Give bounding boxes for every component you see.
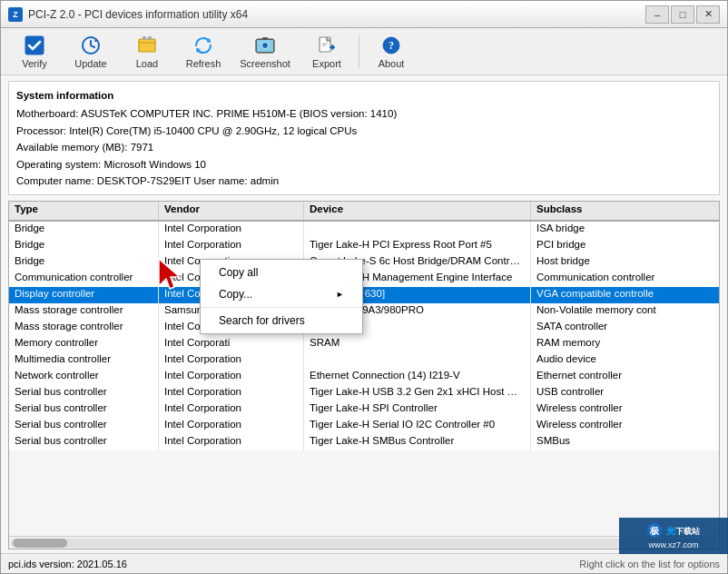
table-row[interactable]: BridgeIntel CorporationTiger Lake-H PCI … — [9, 238, 719, 254]
verify-button[interactable]: Verify — [8, 32, 61, 72]
header-subclass[interactable]: Subclass — [531, 202, 699, 220]
svg-rect-2 — [139, 39, 155, 52]
toolbar-separator — [359, 35, 359, 68]
table-cell: Wireless controller — [531, 418, 699, 434]
svg-rect-11 — [262, 37, 268, 40]
table-cell: SMBus — [531, 434, 699, 450]
context-copy[interactable]: Copy... ► — [201, 283, 362, 305]
table-cell: RAM memory — [531, 336, 699, 352]
table-row[interactable]: Serial bus controllerIntel CorporationTi… — [9, 434, 719, 450]
table-row[interactable]: Network controllerIntel CorporationEther… — [9, 369, 719, 385]
table-cell: Intel Corporation — [159, 434, 304, 450]
table-cell: Serial bus controller — [9, 418, 159, 434]
close-button[interactable]: ✕ — [696, 5, 720, 24]
table-row[interactable]: Serial bus controllerIntel CorporationTi… — [9, 385, 719, 401]
table-cell: Tiger Lake-H SMBus Controller — [304, 434, 531, 450]
table-cell: Mass storage controller — [9, 303, 159, 320]
table-cell: Tiger Lake-H PCI Express Root Port #5 — [304, 238, 531, 254]
refresh-button[interactable]: Refresh — [177, 32, 230, 72]
scrollbar-thumb[interactable] — [13, 539, 67, 548]
system-info-panel: System information Motherboard: ASUSTeK … — [8, 81, 720, 195]
update-icon — [78, 35, 103, 56]
table-cell: Tiger Lake-H Serial IO I2C Controller #0 — [304, 418, 531, 434]
table-cell: Multimedia controller — [9, 352, 159, 369]
update-label: Update — [74, 58, 106, 69]
load-icon — [134, 35, 160, 56]
svg-text:极: 极 — [649, 526, 660, 536]
table-row[interactable]: Mass storage controllerSamsung ElectroPM… — [9, 303, 719, 320]
sysinfo-line-3: Operating system: Microsoft Windows 10 — [16, 156, 712, 173]
export-button[interactable]: Export — [300, 32, 353, 72]
copy-all-label: Copy all — [219, 266, 258, 279]
context-copy-all[interactable]: Copy all — [201, 262, 362, 283]
watermark: 极 光 下载站 www.xz7.com — [619, 518, 728, 554]
minimize-button[interactable]: – — [645, 5, 669, 24]
table-cell: Mass storage controller — [9, 320, 159, 336]
table-cell: Bridge — [9, 222, 159, 238]
window-title: PCI-Z 2.0 - PCI devices information util… — [28, 8, 248, 21]
header-device[interactable]: Device — [304, 202, 531, 220]
load-button[interactable]: Load — [121, 32, 173, 72]
about-button[interactable]: ? About — [365, 32, 418, 72]
update-button[interactable]: Update — [64, 32, 117, 72]
table-cell: Host bridge — [531, 254, 699, 271]
table-cell: Intel Corporation — [159, 385, 304, 401]
title-bar-left: Z PCI-Z 2.0 - PCI devices information ut… — [8, 7, 248, 22]
screenshot-icon — [252, 35, 278, 56]
table-row[interactable]: Communication controllerIntel Corporatio… — [9, 271, 719, 287]
table-cell: Intel Corporation — [159, 222, 304, 238]
table-row[interactable]: Mass storage controllerIntel Corporation… — [9, 320, 719, 336]
about-icon: ? — [379, 35, 404, 56]
table-row[interactable]: BridgeIntel CorporationISA bridge — [9, 222, 719, 238]
table-cell: Communication controller — [9, 271, 159, 287]
context-separator — [201, 307, 362, 308]
sysinfo-line-1: Processor: Intel(R) Core(TM) i5-10400 CP… — [16, 123, 712, 139]
svg-text:?: ? — [389, 39, 394, 52]
header-type[interactable]: Type — [9, 202, 159, 220]
table-row[interactable]: Serial bus controllerIntel CorporationTi… — [9, 401, 719, 418]
table-cell: Intel Corporation — [159, 418, 304, 434]
load-label: Load — [136, 58, 158, 69]
table-row[interactable]: Display controllerIntel CorporatiD Graph… — [9, 287, 719, 303]
table-row[interactable]: BridgeIntel CorporationComet Lake-S 6c H… — [9, 254, 719, 271]
table-cell: Bridge — [9, 254, 159, 271]
verify-label: Verify — [22, 58, 47, 69]
table-body[interactable]: BridgeIntel CorporationISA bridgeBridgeI… — [9, 222, 719, 536]
horizontal-scrollbar[interactable] — [9, 536, 719, 549]
table-row[interactable]: Serial bus controllerIntel CorporationTi… — [9, 418, 719, 434]
header-vendor[interactable]: Vendor — [159, 202, 304, 220]
watermark-url: www.xz7.com — [648, 540, 698, 549]
table-cell: Ethernet Connection (14) I219-V — [304, 369, 531, 385]
refresh-label: Refresh — [186, 58, 221, 69]
title-bar: Z PCI-Z 2.0 - PCI devices information ut… — [1, 1, 727, 28]
table-cell: Serial bus controller — [9, 434, 159, 450]
table-cell: PCI bridge — [531, 238, 699, 254]
table-cell — [304, 222, 531, 238]
table-cell: Intel Corporation — [159, 369, 304, 385]
table-cell: Non-Volatile memory cont — [531, 303, 699, 320]
svg-point-10 — [262, 42, 269, 48]
context-search-drivers[interactable]: Search for drivers — [201, 310, 362, 332]
table-cell: Intel Corporati — [159, 336, 304, 352]
copy-label: Copy... — [219, 288, 252, 301]
device-table: Type Vendor Device Subclass BridgeIntel … — [8, 201, 720, 549]
sysinfo-line-0: Motherboard: ASUSTeK COMPUTER INC. PRIME… — [16, 105, 712, 122]
table-row[interactable]: Multimedia controllerIntel CorporationAu… — [9, 352, 719, 369]
table-row[interactable]: Memory controllerIntel CorporatiSRAMRAM … — [9, 336, 719, 352]
table-cell: Audio device — [531, 352, 699, 369]
search-drivers-label: Search for drivers — [219, 314, 305, 327]
scrollbar-track[interactable] — [11, 539, 717, 548]
table-cell: Wireless controller — [531, 401, 699, 418]
svg-rect-3 — [143, 36, 146, 40]
table-cell: Ethernet controller — [531, 369, 699, 385]
screenshot-button[interactable]: Screenshot — [233, 32, 297, 72]
system-info-title: System information — [16, 87, 712, 104]
version-text: pci.ids version: 2021.05.16 — [8, 559, 127, 569]
table-cell: Intel Corporation — [159, 401, 304, 418]
table-header: Type Vendor Device Subclass — [9, 202, 719, 222]
maximize-button[interactable]: □ — [671, 5, 694, 24]
table-cell: Memory controller — [9, 336, 159, 352]
table-cell: Network controller — [9, 369, 159, 385]
hint-text: Right click on the list for options — [579, 559, 720, 569]
table-cell: Intel Corporation — [159, 238, 304, 254]
